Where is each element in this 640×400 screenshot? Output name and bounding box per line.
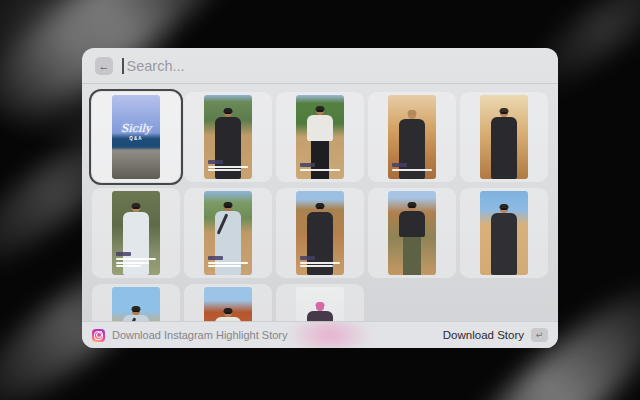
text-cursor [122,58,124,74]
person-torso [307,115,333,141]
story-tile-story-trees-white-tee[interactable] [276,92,364,182]
caption-overlay [300,256,340,268]
story-tile-story-desert[interactable] [460,188,548,278]
app-window: ← SicilyQ&A Download Instagram Highlight… [82,48,558,348]
person-figure [480,95,528,179]
sunglasses [225,206,232,208]
story-tile-story-dirt-path-bag[interactable] [184,188,272,278]
story-tile-story-coast-path[interactable] [184,92,272,182]
story-photo [204,95,252,179]
person-torso [491,213,517,275]
footer-label: Download Instagram Highlight Story [112,329,287,341]
enter-key-icon: ↵ [531,328,548,342]
story-photo [112,191,160,275]
person-pants [311,140,329,179]
download-story-button[interactable]: Download Story [443,329,524,341]
story-tile-sicily-cover[interactable]: SicilyQ&A [92,92,180,182]
caption-overlay [208,160,248,172]
story-tile-story-orange-hills[interactable] [276,188,364,278]
story-photo [480,95,528,179]
search-input[interactable] [127,58,546,74]
caption-line [208,262,248,264]
caption-line [300,265,333,267]
story-tile-story-indoor-warm-1[interactable] [368,92,456,182]
username-tag [392,163,407,167]
person-torso [399,211,425,237]
blurred-thumbnail-glow [287,321,372,348]
story-photo [296,95,344,179]
story-tile-story-indoor-warm-2[interactable] [460,92,548,182]
caption-line [116,262,149,264]
username-tag [208,256,223,260]
username-tag [208,160,223,164]
person-figure [480,191,528,275]
story-tile-story-greenery[interactable] [92,188,180,278]
person-pants [403,236,421,275]
username-tag [300,256,315,260]
username-tag [300,163,315,167]
caption-line [208,166,248,168]
back-button[interactable]: ← [95,57,113,75]
story-tile-story-coastal-town[interactable] [92,284,180,322]
sunglasses [317,110,324,112]
caption-line [208,265,241,267]
person-hair [408,110,417,115]
story-tile-story-red-building[interactable] [184,284,272,322]
caption-overlay [116,252,156,267]
sunglasses [225,112,232,114]
story-photo: SicilyQ&A [112,95,160,179]
person-figure [388,191,436,275]
cover-title: Sicily [112,122,160,135]
caption-line [300,262,340,264]
cover-text: SicilyQ&A [112,122,160,141]
caption-line [116,258,156,260]
person-hair [316,302,325,307]
caption-line [300,169,340,171]
caption-overlay [208,256,248,268]
story-photo [388,95,436,179]
caption-overlay [392,163,432,171]
cover-subtitle: Q&A [112,136,160,141]
person-figure [112,287,160,322]
person-figure [296,287,344,322]
caption-line [116,265,141,267]
sunglasses [133,207,140,209]
instagram-icon [92,329,105,342]
username-tag [116,252,131,256]
sunglasses [225,312,232,314]
story-tile-story-pink-hood[interactable] [276,284,364,322]
story-photo [480,191,528,275]
story-photo [296,191,344,275]
caption-line [392,169,432,171]
story-photo [388,191,436,275]
sunglasses [133,310,140,312]
story-photo [296,287,344,322]
person-torso [491,117,517,179]
sunglasses [501,208,508,210]
sunglasses [317,207,324,209]
stories-grid: SicilyQ&A [82,84,558,322]
search-bar: ← [82,48,558,83]
person-figure [204,287,252,322]
sunglasses [409,206,416,208]
story-tile-story-rocky-trail[interactable] [368,188,456,278]
footer-bar: Download Instagram Highlight Story Downl… [82,321,558,348]
story-photo [112,287,160,322]
sunglasses [501,112,508,114]
story-photo [204,287,252,322]
caption-overlay [300,163,340,171]
caption-line [208,169,241,171]
story-photo [204,191,252,275]
